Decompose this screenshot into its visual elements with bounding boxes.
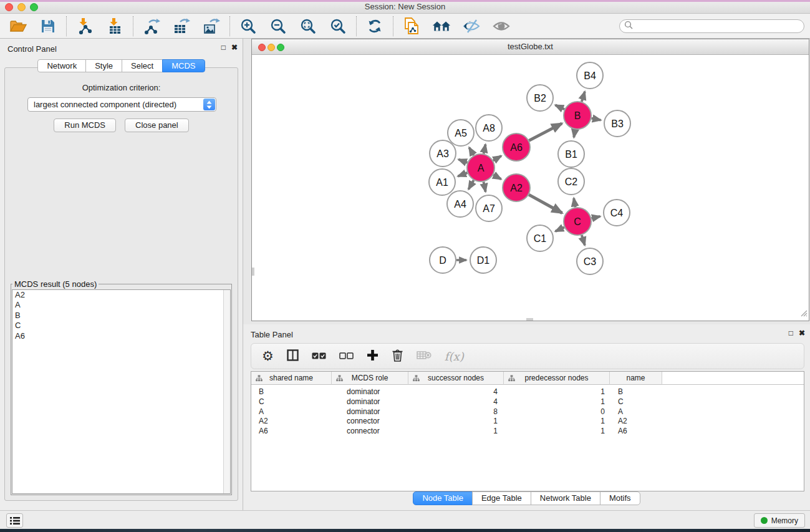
add-row-icon[interactable] — [367, 349, 378, 364]
cell[interactable]: B — [251, 387, 332, 397]
edge-C-C1[interactable] — [556, 227, 564, 231]
first-neighbors-icon[interactable] — [432, 17, 451, 36]
show-all-icon[interactable] — [492, 17, 511, 36]
graph-node-C[interactable]: C — [564, 208, 591, 235]
task-history-button[interactable] — [6, 513, 23, 528]
graph-node-A4[interactable]: A4 — [447, 191, 473, 217]
graph-node-C2[interactable]: C2 — [558, 168, 584, 195]
deselect-all-checkboxes-icon[interactable] — [339, 351, 354, 362]
save-session-icon[interactable] — [39, 17, 57, 36]
float-panel-icon[interactable]: □ — [221, 43, 226, 52]
edge-A6-B[interactable] — [529, 123, 562, 141]
edge-A-A5[interactable] — [469, 147, 473, 155]
cell[interactable]: connector — [332, 417, 408, 427]
mcds-result-item[interactable]: A2 — [12, 290, 230, 300]
cell[interactable]: 1 — [504, 387, 610, 397]
table-close-panel-icon[interactable]: ✖ — [799, 329, 805, 337]
network-minimize-icon[interactable] — [268, 44, 275, 51]
cell[interactable]: 8 — [408, 407, 504, 417]
graph-node-C1[interactable]: C1 — [527, 225, 553, 251]
export-image-icon[interactable] — [202, 17, 221, 36]
graph-node-A8[interactable]: A8 — [476, 115, 502, 141]
graph-node-A[interactable]: A — [467, 154, 494, 181]
column-header-shared-name[interactable]: shared name — [251, 372, 332, 385]
search-input[interactable] — [633, 22, 804, 31]
table-row[interactable]: Bdominator41B — [251, 387, 804, 397]
mcds-result-item[interactable]: A6 — [12, 331, 230, 341]
edge-A2-C[interactable] — [529, 195, 562, 213]
graph-node-A2[interactable]: A2 — [503, 174, 530, 201]
column-header-name[interactable]: name — [610, 372, 662, 385]
node-table[interactable]: shared nameMCDS rolesuccessor nodesprede… — [251, 371, 804, 491]
table-row[interactable]: Cdominator41C — [251, 397, 804, 407]
cell[interactable]: 1 — [408, 427, 504, 437]
zoom-selected-icon[interactable] — [329, 17, 347, 36]
column-header-successor-nodes[interactable]: successor nodes — [408, 372, 504, 385]
table-row[interactable]: A2connector11A2 — [251, 417, 804, 427]
column-header-mcds-role[interactable]: MCDS role — [332, 372, 408, 385]
tab-edge-table[interactable]: Edge Table — [472, 491, 531, 505]
table-float-panel-icon[interactable]: □ — [789, 329, 793, 337]
zoom-in-icon[interactable] — [239, 17, 258, 36]
edge-A-A2[interactable] — [493, 175, 501, 179]
export-network-icon[interactable] — [142, 17, 161, 36]
network-maximize-icon[interactable] — [277, 44, 284, 51]
refresh-view-icon[interactable] — [365, 17, 384, 36]
criterion-dropdown[interactable]: largest connected component (directed) — [27, 97, 216, 112]
cell[interactable]: 4 — [408, 387, 504, 397]
table-row[interactable]: Adominator80A — [251, 407, 804, 417]
edge-A-A3[interactable] — [458, 160, 467, 163]
tab-style[interactable]: Style — [85, 59, 122, 72]
cell[interactable]: B — [610, 387, 662, 397]
cell[interactable]: 0 — [504, 407, 610, 417]
result-scrollbar[interactable] — [223, 290, 230, 493]
tab-motifs[interactable]: Motifs — [600, 491, 640, 505]
run-mcds-button[interactable]: Run MCDS — [54, 118, 116, 132]
network-canvas[interactable]: AA1A2A3A4A5A6A7A8BB1B2B3B4CC1C2C3C4DD1 — [252, 55, 809, 321]
graph-node-B1[interactable]: B1 — [558, 141, 584, 167]
mcds-result-item[interactable]: B — [12, 311, 230, 321]
tab-node-table[interactable]: Node Table — [413, 491, 473, 505]
new-network-from-selection-icon[interactable] — [402, 17, 421, 36]
delete-row-icon[interactable] — [392, 349, 403, 364]
resize-grip-icon[interactable] — [799, 308, 808, 319]
network-window-titlebar[interactable]: testGlobe.txt — [252, 39, 809, 55]
graph-node-A3[interactable]: A3 — [430, 140, 456, 167]
network-close-icon[interactable] — [258, 44, 266, 51]
cell[interactable]: 1 — [504, 397, 610, 407]
edge-A-A6[interactable] — [493, 156, 501, 161]
mcds-result-item[interactable]: A — [12, 300, 230, 310]
vertical-scroll-indicator[interactable] — [252, 268, 254, 276]
graph-node-A5[interactable]: A5 — [448, 120, 474, 146]
edge-C-C4[interactable] — [592, 216, 600, 218]
cell[interactable]: 4 — [408, 397, 504, 407]
table-settings-gear-icon[interactable]: ⚙ — [262, 350, 274, 362]
cell[interactable]: 1 — [504, 427, 610, 437]
table-row[interactable]: A6connector11A6 — [251, 427, 804, 437]
edge-B-B1[interactable] — [574, 130, 575, 138]
edge-B-B3[interactable] — [592, 118, 601, 120]
search-field[interactable] — [619, 19, 804, 33]
close-panel-button[interactable]: Close panel — [125, 118, 189, 132]
cell[interactable]: A — [610, 407, 662, 417]
edge-A-A4[interactable] — [468, 180, 473, 190]
tab-mcds[interactable]: MCDS — [162, 59, 205, 72]
cell[interactable]: 1 — [408, 417, 504, 427]
graph-node-B4[interactable]: B4 — [577, 62, 603, 89]
edge-B-B2[interactable] — [556, 105, 565, 109]
cell[interactable]: dominator — [332, 407, 408, 417]
cell[interactable]: A — [251, 407, 332, 417]
zoom-out-icon[interactable] — [269, 17, 287, 36]
select-all-checkboxes-icon[interactable] — [312, 351, 326, 362]
hide-selected-icon[interactable] — [462, 17, 481, 36]
cell[interactable]: connector — [332, 427, 408, 437]
edge-C-C3[interactable] — [582, 235, 585, 245]
graph-node-A7[interactable]: A7 — [476, 195, 502, 221]
cell[interactable]: dominator — [332, 387, 408, 397]
mcds-result-item[interactable]: C — [12, 321, 230, 331]
graph-node-D1[interactable]: D1 — [470, 247, 496, 273]
edge-C-C2[interactable] — [574, 198, 575, 208]
graph-node-A6[interactable]: A6 — [503, 133, 530, 161]
cell[interactable]: A2 — [610, 417, 662, 427]
close-panel-icon[interactable]: ✖ — [231, 43, 238, 52]
